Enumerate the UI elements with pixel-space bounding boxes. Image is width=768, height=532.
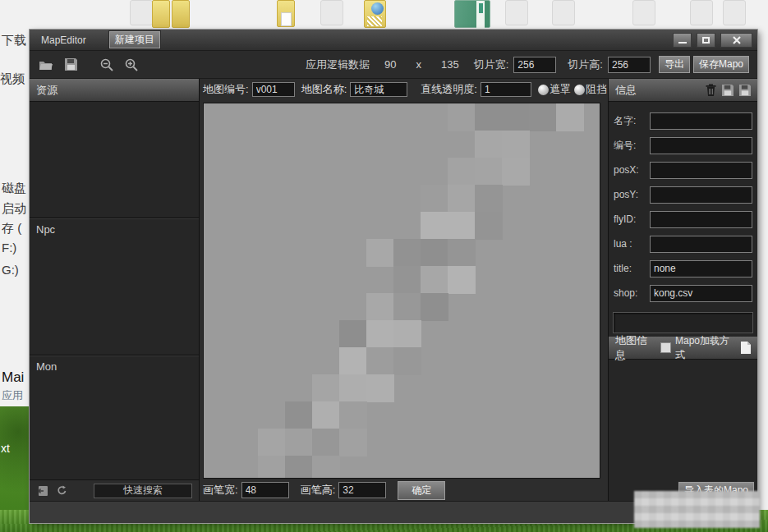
map-canvas[interactable]: [203, 103, 600, 479]
brush-height-input[interactable]: [338, 482, 386, 498]
info-status-box: [613, 312, 753, 333]
flyid-input[interactable]: [650, 211, 752, 228]
logic-times-label: x: [416, 58, 422, 71]
save-info-alt-button[interactable]: [739, 85, 751, 96]
close-button[interactable]: [720, 33, 752, 48]
info-fields: 名字: 编号: posX: posY: flyID:: [609, 102, 757, 309]
tile-width-input[interactable]: [513, 57, 556, 73]
mapo-load-label: Mapo加载方式: [675, 334, 737, 362]
open-folder-icon: [39, 59, 53, 71]
save-icon: [65, 58, 77, 71]
mapo-load-checkbox[interactable]: [660, 342, 671, 353]
map-id-label: 地图编号:: [203, 82, 249, 97]
save-mapo-button[interactable]: 保存Mapo: [693, 56, 749, 73]
id-input[interactable]: [650, 137, 752, 154]
info-field-label: 编号:: [614, 139, 650, 153]
map-editor-window: MapEditor 新建项目 应用逻辑数据 90: [30, 30, 757, 523]
desktop-icon-faint: [632, 0, 655, 25]
zoom-out-button[interactable]: [99, 57, 115, 72]
desktop-text-fragment: 应用: [2, 388, 23, 403]
info-field-label: 名字:: [614, 114, 650, 128]
save-info-button[interactable]: [722, 85, 734, 96]
title-input[interactable]: [650, 260, 752, 277]
name-input[interactable]: [650, 112, 752, 130]
desktop-text-fragment: F:): [2, 241, 16, 255]
map-id-input[interactable]: [252, 82, 295, 97]
save-icon: [739, 85, 751, 96]
info-field-row: 编号:: [614, 133, 752, 158]
zoom-in-button[interactable]: [123, 57, 140, 72]
blurred-region: [634, 491, 760, 528]
info-field-row: 名字:: [614, 108, 752, 133]
posy-input[interactable]: [650, 186, 752, 204]
tile-height-label: 切片高:: [568, 57, 603, 72]
desktop-text-fragment: Mai: [2, 369, 24, 386]
info-field-label: flyID:: [614, 213, 650, 225]
info-field-row: flyID:: [614, 207, 752, 232]
info-panel-header: 信息: [609, 79, 757, 102]
quick-search-input[interactable]: [94, 484, 192, 498]
save-button[interactable]: [62, 57, 79, 72]
info-field-label: title:: [614, 263, 650, 274]
info-field-row: lua :: [614, 232, 752, 256]
opacity-label: 直线透明度:: [421, 82, 477, 97]
info-field-label: posX:: [614, 164, 650, 176]
desktop-icon-faint: [130, 0, 153, 25]
confirm-button[interactable]: 确定: [398, 481, 445, 500]
desktop-icon-faint: [320, 0, 343, 25]
radio-mask-label: 遮罩: [550, 82, 571, 97]
desktop-text-fragment: 下载: [2, 33, 26, 48]
tile-height-input[interactable]: [608, 57, 651, 73]
shop-input[interactable]: [650, 285, 752, 302]
map-panel: 地图编号: 地图名称: 直线透明度: 遮罩 阻挡 人物 画笔宽: 画笔: [200, 79, 608, 501]
delete-info-button[interactable]: [706, 84, 716, 96]
map-info-title: 地图信息: [615, 333, 656, 363]
info-field-label: posY:: [614, 189, 650, 200]
lua-input[interactable]: [650, 236, 752, 253]
desktop-icon-faint: [690, 0, 713, 25]
zoom-out-icon: [100, 58, 113, 71]
desktop-icon-document: [277, 0, 295, 27]
radio-block[interactable]: [574, 85, 585, 95]
refresh-button[interactable]: [56, 484, 67, 498]
import-resource-button[interactable]: [36, 484, 48, 498]
resource-section-mon[interactable]: Mon: [30, 355, 199, 479]
new-project-button[interactable]: 新建项目: [109, 31, 160, 48]
resource-section-empty[interactable]: [30, 102, 199, 218]
map-header-row: 地图编号: 地图名称: 直线透明度: 遮罩 阻挡 人物: [200, 79, 608, 100]
window-title: MapEditor: [41, 34, 86, 46]
brush-height-label: 画笔高:: [301, 483, 336, 498]
info-field-row: shop:: [614, 281, 752, 305]
map-name-input[interactable]: [350, 82, 407, 97]
desktop-text-fragment: 视频: [0, 71, 25, 87]
desktop-text-fragment: xt: [1, 442, 10, 455]
minimize-button[interactable]: [673, 33, 692, 48]
mapo-doc-button[interactable]: [741, 342, 751, 354]
open-folder-button[interactable]: [38, 57, 54, 72]
radio-mask[interactable]: [538, 85, 549, 95]
zoom-in-icon: [125, 58, 138, 71]
maximize-button[interactable]: [697, 33, 715, 48]
tile-width-label: 切片宽:: [474, 57, 509, 72]
desktop-icon-folders: [150, 0, 193, 28]
minimize-icon: [678, 42, 687, 44]
posx-input[interactable]: [650, 162, 752, 179]
resource-section-npc-label: Npc: [36, 223, 55, 236]
resource-section-npc[interactable]: Npc: [30, 218, 199, 355]
import-arrow-icon: [36, 486, 48, 496]
map-info-header: 地图信息 Mapo加载方式: [609, 337, 757, 360]
refresh-icon: [57, 485, 67, 496]
info-field-row: posX:: [614, 158, 752, 182]
brush-width-input[interactable]: [241, 482, 289, 498]
titlebar[interactable]: MapEditor 新建项目: [30, 30, 757, 51]
info-panel-title: 信息: [615, 83, 637, 98]
export-button[interactable]: 导出: [659, 56, 690, 73]
desktop-icon-faint: [552, 0, 575, 25]
logic-height-value: 135: [441, 58, 459, 71]
radio-block-label: 阻挡: [586, 82, 607, 97]
resource-panel-title: 资源: [36, 83, 57, 98]
map-info-body[interactable]: [609, 360, 757, 479]
opacity-input[interactable]: [481, 82, 531, 97]
close-icon: [733, 36, 741, 44]
info-field-row: title:: [614, 256, 752, 281]
